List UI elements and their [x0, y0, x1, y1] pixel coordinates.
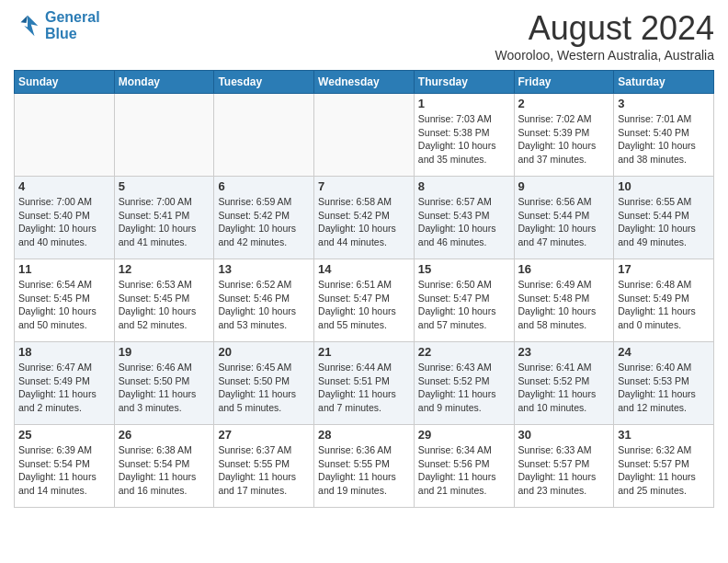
weekday-header: Monday [114, 71, 214, 94]
calendar-cell: 14Sunrise: 6:51 AM Sunset: 5:47 PM Dayli… [314, 259, 415, 342]
weekday-header: Wednesday [314, 71, 415, 94]
day-number: 29 [418, 428, 510, 442]
calendar-cell: 6Sunrise: 6:59 AM Sunset: 5:42 PM Daylig… [214, 177, 314, 259]
day-number: 12 [119, 262, 210, 276]
calendar-cell: 9Sunrise: 6:56 AM Sunset: 5:44 PM Daylig… [514, 177, 614, 259]
day-info: Sunrise: 6:43 AM Sunset: 5:52 PM Dayligh… [418, 361, 510, 415]
day-info: Sunrise: 6:38 AM Sunset: 5:54 PM Dayligh… [119, 443, 210, 498]
calendar-cell: 17Sunrise: 6:48 AM Sunset: 5:49 PM Dayli… [614, 259, 714, 342]
day-info: Sunrise: 6:37 AM Sunset: 5:55 PM Dayligh… [218, 443, 310, 498]
weekday-header: Saturday [614, 71, 714, 94]
weekday-header-row: SundayMondayTuesdayWednesdayThursdayFrid… [15, 71, 714, 94]
day-info: Sunrise: 6:50 AM Sunset: 5:47 PM Dayligh… [418, 278, 510, 332]
day-info: Sunrise: 6:39 AM Sunset: 5:54 PM Dayligh… [18, 443, 110, 498]
calendar-cell [114, 94, 214, 177]
logo-text-blue: Blue [45, 26, 100, 42]
calendar-cell: 19Sunrise: 6:46 AM Sunset: 5:50 PM Dayli… [114, 342, 214, 425]
logo: General Blue [14, 9, 100, 41]
day-info: Sunrise: 7:00 AM Sunset: 5:41 PM Dayligh… [119, 195, 210, 249]
day-info: Sunrise: 6:32 AM Sunset: 5:57 PM Dayligh… [618, 443, 710, 498]
calendar-week-row: 18Sunrise: 6:47 AM Sunset: 5:49 PM Dayli… [15, 342, 714, 425]
day-number: 17 [618, 262, 710, 276]
calendar-cell: 1Sunrise: 7:03 AM Sunset: 5:38 PM Daylig… [414, 94, 514, 177]
day-number: 10 [618, 179, 710, 193]
day-number: 14 [318, 262, 410, 276]
calendar-cell: 3Sunrise: 7:01 AM Sunset: 5:40 PM Daylig… [614, 94, 714, 177]
day-info: Sunrise: 6:34 AM Sunset: 5:56 PM Dayligh… [418, 443, 510, 498]
calendar-cell: 7Sunrise: 6:58 AM Sunset: 5:42 PM Daylig… [314, 177, 415, 259]
day-info: Sunrise: 6:49 AM Sunset: 5:48 PM Dayligh… [518, 278, 610, 332]
calendar-cell: 26Sunrise: 6:38 AM Sunset: 5:54 PM Dayli… [114, 425, 214, 508]
day-number: 26 [119, 428, 210, 442]
day-info: Sunrise: 6:54 AM Sunset: 5:45 PM Dayligh… [18, 278, 110, 332]
day-info: Sunrise: 6:47 AM Sunset: 5:49 PM Dayligh… [18, 361, 110, 415]
day-number: 21 [318, 345, 410, 359]
day-number: 6 [218, 179, 310, 193]
calendar-cell: 15Sunrise: 6:50 AM Sunset: 5:47 PM Dayli… [414, 259, 514, 342]
day-info: Sunrise: 7:01 AM Sunset: 5:40 PM Dayligh… [618, 112, 710, 167]
calendar-cell [214, 94, 314, 177]
svg-marker-1 [21, 15, 28, 22]
calendar-cell: 8Sunrise: 6:57 AM Sunset: 5:43 PM Daylig… [414, 177, 514, 259]
location-subtitle: Wooroloo, Western Australia, Australia [495, 48, 714, 63]
title-block: August 2024 Wooroloo, Western Australia,… [495, 9, 714, 63]
weekday-header: Friday [514, 71, 614, 94]
calendar-week-row: 25Sunrise: 6:39 AM Sunset: 5:54 PM Dayli… [15, 425, 714, 508]
calendar-cell [15, 94, 115, 177]
day-number: 22 [418, 345, 510, 359]
day-info: Sunrise: 6:40 AM Sunset: 5:53 PM Dayligh… [618, 361, 710, 415]
day-info: Sunrise: 6:36 AM Sunset: 5:55 PM Dayligh… [318, 443, 410, 498]
day-number: 16 [518, 262, 610, 276]
day-number: 2 [518, 97, 610, 110]
day-info: Sunrise: 6:51 AM Sunset: 5:47 PM Dayligh… [318, 278, 410, 332]
day-info: Sunrise: 6:41 AM Sunset: 5:52 PM Dayligh… [518, 361, 610, 415]
calendar-week-row: 11Sunrise: 6:54 AM Sunset: 5:45 PM Dayli… [15, 259, 714, 342]
calendar-cell: 22Sunrise: 6:43 AM Sunset: 5:52 PM Dayli… [414, 342, 514, 425]
calendar-cell: 21Sunrise: 6:44 AM Sunset: 5:51 PM Dayli… [314, 342, 415, 425]
calendar-cell: 29Sunrise: 6:34 AM Sunset: 5:56 PM Dayli… [414, 425, 514, 508]
day-info: Sunrise: 6:44 AM Sunset: 5:51 PM Dayligh… [318, 361, 410, 415]
day-number: 3 [618, 97, 710, 110]
day-number: 31 [618, 428, 710, 442]
day-info: Sunrise: 6:55 AM Sunset: 5:44 PM Dayligh… [618, 195, 710, 249]
day-number: 20 [218, 345, 310, 359]
calendar-cell: 16Sunrise: 6:49 AM Sunset: 5:48 PM Dayli… [514, 259, 614, 342]
page-header: General Blue August 2024 Wooroloo, Weste… [14, 9, 714, 63]
day-info: Sunrise: 6:33 AM Sunset: 5:57 PM Dayligh… [518, 443, 610, 498]
day-number: 5 [119, 179, 210, 193]
day-info: Sunrise: 6:58 AM Sunset: 5:42 PM Dayligh… [318, 195, 410, 249]
day-info: Sunrise: 7:02 AM Sunset: 5:39 PM Dayligh… [518, 112, 610, 167]
day-info: Sunrise: 7:00 AM Sunset: 5:40 PM Dayligh… [18, 195, 110, 249]
day-info: Sunrise: 6:45 AM Sunset: 5:50 PM Dayligh… [218, 361, 310, 415]
day-info: Sunrise: 7:03 AM Sunset: 5:38 PM Dayligh… [418, 112, 510, 167]
calendar-cell: 12Sunrise: 6:53 AM Sunset: 5:45 PM Dayli… [114, 259, 214, 342]
calendar-cell: 30Sunrise: 6:33 AM Sunset: 5:57 PM Dayli… [514, 425, 614, 508]
calendar-table: SundayMondayTuesdayWednesdayThursdayFrid… [14, 70, 714, 508]
day-number: 7 [318, 179, 410, 193]
day-number: 13 [218, 262, 310, 276]
day-number: 23 [518, 345, 610, 359]
day-number: 25 [18, 428, 110, 442]
calendar-cell: 13Sunrise: 6:52 AM Sunset: 5:46 PM Dayli… [214, 259, 314, 342]
calendar-week-row: 4Sunrise: 7:00 AM Sunset: 5:40 PM Daylig… [15, 177, 714, 259]
calendar-cell: 23Sunrise: 6:41 AM Sunset: 5:52 PM Dayli… [514, 342, 614, 425]
day-number: 4 [18, 179, 110, 193]
logo-text-general: General [45, 9, 100, 25]
calendar-cell: 10Sunrise: 6:55 AM Sunset: 5:44 PM Dayli… [614, 177, 714, 259]
calendar-cell: 25Sunrise: 6:39 AM Sunset: 5:54 PM Dayli… [15, 425, 115, 508]
calendar-cell: 18Sunrise: 6:47 AM Sunset: 5:49 PM Dayli… [15, 342, 115, 425]
day-number: 15 [418, 262, 510, 276]
month-title: August 2024 [495, 9, 714, 48]
day-number: 27 [218, 428, 310, 442]
day-number: 1 [418, 97, 510, 110]
day-number: 30 [518, 428, 610, 442]
day-number: 9 [518, 179, 610, 193]
calendar-week-row: 1Sunrise: 7:03 AM Sunset: 5:38 PM Daylig… [15, 94, 714, 177]
weekday-header: Sunday [15, 71, 115, 94]
calendar-cell: 27Sunrise: 6:37 AM Sunset: 5:55 PM Dayli… [214, 425, 314, 508]
day-number: 28 [318, 428, 410, 442]
day-info: Sunrise: 6:53 AM Sunset: 5:45 PM Dayligh… [119, 278, 210, 332]
day-info: Sunrise: 6:46 AM Sunset: 5:50 PM Dayligh… [119, 361, 210, 415]
weekday-header: Thursday [414, 71, 514, 94]
calendar-cell: 11Sunrise: 6:54 AM Sunset: 5:45 PM Dayli… [15, 259, 115, 342]
